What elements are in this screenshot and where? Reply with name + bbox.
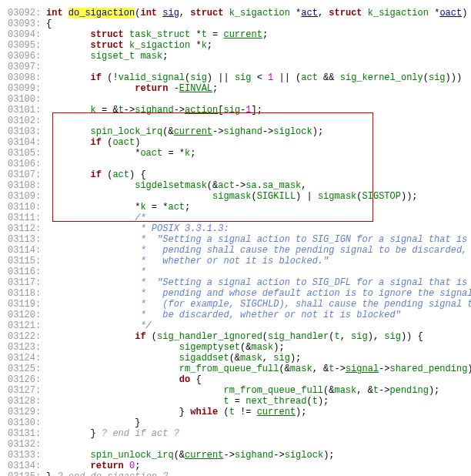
- code-line: 03093:{: [8, 18, 463, 29]
- token-plain: (&: [279, 364, 289, 374]
- line-number: 03118:: [8, 288, 46, 299]
- token-ident: t: [119, 105, 124, 116]
- token-kw: return: [91, 461, 124, 471]
- line-number: 03109:: [8, 191, 46, 202]
- token-ident: k_sigaction: [368, 8, 429, 18]
- token-ident: t: [202, 29, 207, 40]
- line-number: 03115:: [8, 256, 46, 266]
- token-plain: ): [462, 8, 467, 18]
- line-number: 03092:: [8, 8, 46, 18]
- token-plain: ;: [207, 40, 212, 51]
- token-kw: int: [140, 8, 157, 18]
- token-comment: * pending and whose default action is to…: [135, 288, 471, 299]
- line-number: 03122:: [8, 331, 46, 342]
- token-plain: ->: [235, 180, 246, 191]
- token-ident: k: [202, 40, 207, 51]
- line-number: 03101:: [8, 105, 46, 116]
- token-plain: );: [467, 364, 471, 374]
- code-line: 03116: *: [8, 266, 463, 277]
- token-plain: (: [218, 407, 229, 417]
- token-plain: ,: [179, 8, 190, 18]
- line-content: return 0;: [46, 461, 463, 471]
- line-number: 03100:: [8, 94, 46, 105]
- code-line: 03104: if (oact): [8, 137, 463, 148]
- line-content: *: [46, 266, 463, 277]
- line-content: sigset_t mask;: [46, 51, 463, 62]
- line-content: int do_sigaction(int sig, struct k_sigac…: [46, 8, 467, 18]
- token-ident: oact: [140, 148, 162, 159]
- code-line: 03107: if (act) {: [8, 169, 463, 180]
- token-ident: oact: [112, 137, 135, 148]
- token-ident: t: [312, 396, 318, 407]
- line-content: do {: [46, 374, 463, 385]
- line-number: 03127:: [8, 385, 46, 396]
- token-ident: sig: [351, 331, 368, 342]
- token-plain: )) {: [401, 331, 423, 342]
- code-line: 03126: do {: [8, 374, 463, 385]
- line-content: if (oact): [46, 137, 463, 148]
- token-plain: (&: [229, 353, 240, 364]
- line-number: 03105:: [8, 148, 46, 159]
- token-comment: * be discarded, whether or not it is blo…: [135, 310, 401, 320]
- token-ident: pending: [390, 385, 429, 396]
- token-plain: }: [46, 471, 57, 476]
- token-plain: ) ||: [207, 72, 235, 83]
- token-comment: * whether or not it is blocked.": [135, 256, 329, 266]
- line-content: sigmask(SIGKILL) | sigmask(SIGSTOP));: [46, 191, 463, 202]
- token-ident-u: EINVAL: [179, 83, 212, 94]
- token-plain: {: [190, 374, 201, 385]
- token-plain: (: [306, 396, 312, 407]
- token-ident: t: [373, 385, 379, 396]
- line-number: 03114:: [8, 245, 46, 256]
- token-plain: ,: [340, 331, 351, 342]
- token-ident-u: current: [223, 29, 262, 40]
- token-ident: valid_signal: [119, 72, 185, 83]
- line-content: k = &t->sighand->action[sig-1];: [46, 105, 463, 116]
- token-kw: if: [135, 331, 145, 342]
- token-plain: (!: [102, 72, 119, 83]
- token-plain: [63, 8, 68, 18]
- token-plain: [362, 8, 368, 18]
- line-content: if (act) {: [46, 169, 463, 180]
- line-content: /*: [46, 213, 463, 223]
- token-ident: sig: [235, 72, 252, 83]
- token-ident: act: [112, 169, 129, 180]
- code-line: 03096: sigset_t mask;: [8, 51, 463, 62]
- code-line: 03106:: [8, 159, 463, 169]
- token-ident: siglock: [285, 450, 323, 461]
- token-plain: (: [102, 137, 112, 148]
- token-ident: spin_lock_irq: [91, 126, 163, 137]
- token-ident: sighand: [223, 126, 262, 137]
- token-plain: ) |: [296, 191, 318, 202]
- token-plain: || (: [273, 72, 301, 83]
- token-ident: k: [91, 105, 96, 116]
- line-content: rm_from_queue_full(&mask, &t->signal->sh…: [46, 364, 471, 374]
- token-plain: ;: [135, 461, 140, 471]
- line-number: 03099:: [8, 83, 46, 94]
- token-plain: }: [135, 417, 140, 428]
- line-content: * POSIX 3.3.1.3:: [46, 223, 463, 234]
- line-number: 03123:: [8, 342, 46, 353]
- token-kw: while: [190, 407, 218, 417]
- line-number: 03113:: [8, 234, 46, 245]
- token-plain: *: [190, 29, 201, 40]
- line-number: 03120:: [8, 310, 46, 320]
- token-plain: =: [229, 396, 246, 407]
- line-number: 03110:: [8, 202, 46, 213]
- token-plain: ))): [446, 72, 463, 83]
- token-plain: ;: [262, 29, 268, 40]
- token-plain: (&: [162, 126, 173, 137]
- token-ident: siglock: [273, 126, 312, 137]
- token-plain: );: [273, 342, 284, 353]
- token-plain: (: [102, 169, 112, 180]
- token-plain: [124, 40, 129, 51]
- code-line: 03094: struct task_struct *t = current;: [8, 29, 463, 40]
- token-ident: sigmask: [212, 191, 251, 202]
- token-ident: act: [301, 72, 318, 83]
- line-content: * "Setting a signal action to SIG_IGN fo…: [46, 234, 467, 245]
- token-plain: [223, 8, 229, 18]
- token-ident: sig: [384, 331, 401, 342]
- token-ident: spin_unlock_irq: [91, 450, 174, 461]
- token-kw: struct: [329, 8, 362, 18]
- token-ident: sigaddset: [179, 353, 229, 364]
